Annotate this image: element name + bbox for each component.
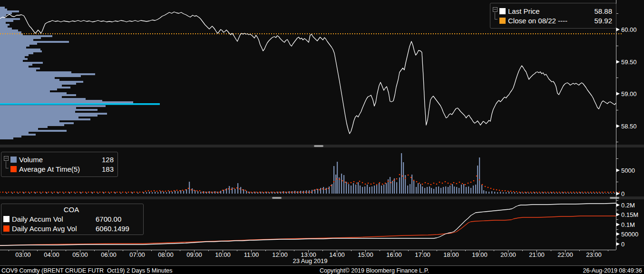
average-swatch-icon [10,166,17,172]
close-price-label: Close on 08/22 ---- [508,17,567,25]
svg-text:0.15M: 0.15M [621,211,638,218]
svg-text:60.00: 60.00 [621,26,637,33]
svg-text:16:00: 16:00 [386,251,402,258]
svg-text:0: 0 [621,190,624,197]
average-label: Average At Time(5) [19,165,80,173]
svg-text:18:00: 18:00 [443,251,459,258]
svg-text:58.50: 58.50 [621,123,637,130]
legend-row-last-price[interactable]: Last Price 58.88 [499,6,612,16]
close-price-value: 59.92 [589,17,612,25]
legend-row-average-at-time[interactable]: Average At Time(5) 183 [10,165,114,174]
svg-text:06:00: 06:00 [101,251,117,258]
svg-text:23 Aug 2019: 23 Aug 2019 [293,257,327,264]
legend-row-daily-accum-vol[interactable]: Daily Accum Vol 6700.00 [3,214,139,224]
legend-expander-icon[interactable] [3,154,10,175]
legend-expander-icon[interactable] [492,5,499,27]
svg-text:0.1M: 0.1M [621,221,635,228]
security-description: COV9 Comdty (BRENT CRUDE FUTR Oct19) 2 D… [1,267,173,274]
x-axis-date-label: 23 Aug 2019 [293,257,327,264]
svg-text:08:00: 08:00 [158,251,174,258]
legend-row-daily-accum-avg-vol[interactable]: Daily Accum Avg Vol 6060.1499 [3,224,139,233]
svg-text:22:00: 22:00 [557,251,573,258]
svg-text:12:00: 12:00 [272,251,288,258]
price-legend[interactable]: Last Price 58.88 Close on 08/22 ---- 59.… [490,3,616,29]
average-value: 183 [97,165,114,173]
close-price-swatch-icon [499,18,506,24]
daily-accum-vol-swatch-icon [3,216,10,222]
daily-accum-avg-vol-swatch-icon [3,225,10,232]
poc-highlight-line [0,103,160,105]
panel-resize-handle[interactable] [272,197,282,199]
svg-text:23:00: 23:00 [586,251,602,258]
accum-volume-legend[interactable]: COA Daily Accum Vol 6700.00 Daily Accum … [1,204,144,235]
panel-resize-handle[interactable] [610,197,619,199]
daily-accum-avg-vol-value: 6060.1499 [96,225,129,233]
svg-text:0: 0 [621,241,624,248]
volume-at-price-bars [0,7,133,139]
volume-swatch-icon [10,157,17,163]
svg-text:11:00: 11:00 [244,251,259,258]
svg-text:17:00: 17:00 [415,251,430,258]
legend-row-volume[interactable]: Volume 128 [10,155,114,165]
volume-label: Volume [19,156,43,164]
copyright-text: Copyright© 2019 Bloomberg Finance L.P. [320,267,429,274]
svg-text:21:00: 21:00 [529,251,545,258]
svg-text:09:00: 09:00 [186,251,202,258]
accum-legend-title: COA [3,205,139,214]
legend-row-close-price[interactable]: Close on 08/22 ---- 59.92 [499,16,612,25]
status-bar: COV9 Comdty (BRENT CRUDE FUTR Oct19) 2 D… [0,265,644,274]
daily-accum-avg-vol-label: Daily Accum Avg Vol [12,225,96,233]
svg-text:03:00: 03:00 [15,251,31,258]
svg-text:20:00: 20:00 [500,251,516,258]
last-price-value: 58.88 [589,7,612,15]
svg-text:05:00: 05:00 [72,251,88,258]
svg-text:04:00: 04:00 [44,251,59,258]
bloomberg-chart-window: 60.0059.5059.0058.50500000.2M0.15M0.1M50… [0,0,644,274]
svg-text:14:00: 14:00 [329,251,345,258]
last-price-swatch-icon [499,8,506,14]
terminal-timestamp: 26-Aug-2019 08:49:36 [583,267,642,274]
svg-text:5000: 5000 [621,167,635,174]
last-price-label: Last Price [508,7,540,15]
svg-text:50000: 50000 [621,231,638,238]
panel-resize-handle[interactable] [314,145,323,147]
svg-text:59.50: 59.50 [621,59,637,66]
svg-text:07:00: 07:00 [129,251,145,258]
daily-accum-vol-value: 6700.00 [96,215,121,223]
svg-text:59.00: 59.00 [621,90,637,98]
svg-text:19:00: 19:00 [472,251,488,258]
svg-text:15:00: 15:00 [358,251,373,258]
daily-accum-vol-label: Daily Accum Vol [12,215,96,223]
svg-text:0.2M: 0.2M [621,202,635,209]
volume-value: 128 [97,156,114,164]
volume-legend[interactable]: Volume 128 Average At Time(5) 183 [1,152,118,177]
svg-text:10:00: 10:00 [215,251,231,258]
